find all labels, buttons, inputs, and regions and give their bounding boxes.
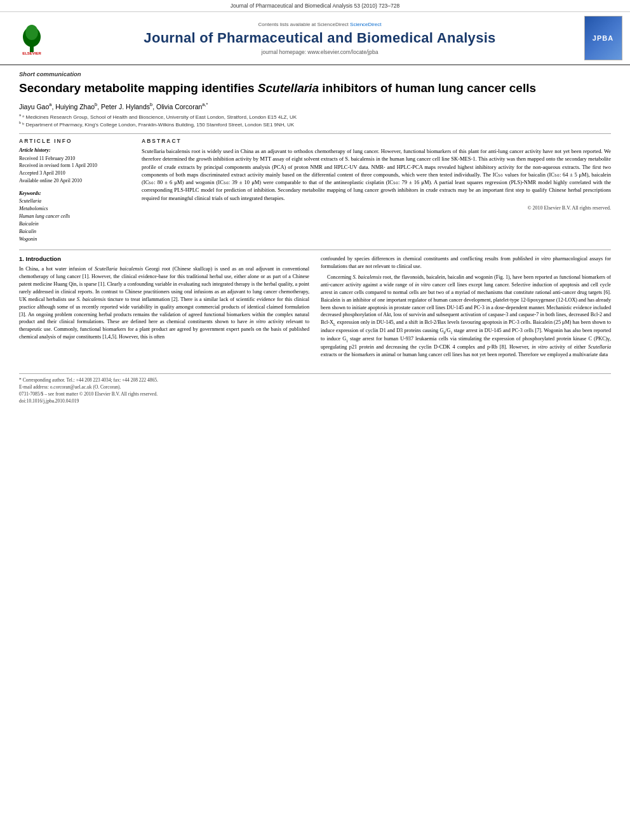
keyword-wogonin: Wogonin — [19, 236, 130, 243]
abstract-text: Scutellaria baicalensis root is widely u… — [142, 147, 611, 202]
doi-line: 0731-7085/$ – see front matter © 2010 El… — [19, 391, 611, 397]
abstract-col: ABSTRACT Scutellaria baicalensis root is… — [142, 138, 611, 243]
keyword-cancer-cells: Human lung cancer cells — [19, 213, 130, 220]
affiliation-b: b ᵇ Department of Pharmacy, King’s Colle… — [19, 122, 294, 128]
page: Journal of Pharmaceutical and Biomedical… — [0, 0, 630, 413]
intro-text-left: In China, a hot water infusion of Scutel… — [19, 265, 309, 341]
article-footer: * Corresponding author. Tel.: +44 208 22… — [19, 373, 611, 407]
homepage-label: journal homepage: www.elsevier.com/locat… — [262, 49, 379, 55]
intro-col-right: confounded by species differences in che… — [321, 255, 611, 362]
intro-para-1: In China, a hot water infusion of Scutel… — [19, 265, 309, 341]
intro-col-left: 1. Introduction In China, a hot water in… — [19, 255, 309, 362]
info-abstract-section: ARTICLE INFO Article history: Received 1… — [19, 138, 611, 243]
elsevier-logo-section: ELSEVIER — [6, 16, 57, 60]
corresponding-note: * Corresponding author. Tel.: +44 208 22… — [19, 377, 611, 383]
introduction-section: 1. Introduction In China, a hot water in… — [19, 250, 611, 362]
doi: doi:10.1016/j.jpba.2010.04.019 — [19, 398, 611, 404]
journal-header-center: Contents lists available at ScienceDirec… — [64, 16, 576, 60]
intro-para-3: Concerning S. baicalensis root, the flav… — [321, 274, 611, 359]
history-label: Article history: — [19, 147, 130, 153]
keywords-section: Keywords: Scutellaria Metabolomics Human… — [19, 190, 130, 243]
keyword-scutellaria: Scutellaria — [19, 197, 130, 205]
intro-para-2: confounded by species differences in che… — [321, 255, 611, 270]
sciencedirect-text: Contents lists available at ScienceDirec… — [258, 22, 349, 27]
body-two-col: 1. Introduction In China, a hot water in… — [19, 255, 611, 362]
article-content: Short communication Secondary metabolite… — [0, 65, 630, 413]
authors: Jiayu Gaoa, Huiying Zhaob, Peter J. Hyla… — [19, 102, 611, 110]
header-divider — [19, 133, 611, 134]
journal-homepage: journal homepage: www.elsevier.com/locat… — [262, 49, 379, 55]
affiliation-a: a ᵃ Medicines Research Group, School of … — [19, 114, 297, 120]
copyright: © 2010 Elsevier B.V. All rights reserved… — [142, 205, 611, 211]
sciencedirect-bar: Contents lists available at ScienceDirec… — [258, 22, 382, 27]
jpba-logo: JPBA — [584, 16, 622, 60]
article-info-col: ARTICLE INFO Article history: Received 1… — [19, 138, 130, 243]
journal-header: ELSEVIER Contents lists available at Sci… — [0, 12, 630, 65]
section-label: Short communication — [19, 70, 611, 77]
keyword-baicalin: Baicalin — [19, 228, 130, 236]
keywords-label: Keywords: — [19, 190, 130, 196]
article-title: Secondary metabolite mapping identifies … — [19, 81, 611, 97]
article-info-heading: ARTICLE INFO — [19, 138, 130, 144]
affiliations: a ᵃ Medicines Research Group, School of … — [19, 113, 611, 128]
abstract-heading: ABSTRACT — [142, 138, 611, 144]
journal-title: Journal of Pharmaceutical and Biomedical… — [144, 30, 495, 46]
intro-text-right: confounded by species differences in che… — [321, 255, 611, 359]
keyword-metabolomics: Metabolomics — [19, 205, 130, 213]
email-note: E-mail address: o.corcoran@uel.ac.uk (O.… — [19, 384, 611, 390]
elsevier-logo-svg: ELSEVIER — [10, 21, 54, 56]
intro-heading: 1. Introduction — [19, 255, 309, 262]
accepted-date: Accepted 3 April 2010 — [19, 170, 130, 177]
svg-point-3 — [25, 25, 38, 40]
revised-date: Received in revised form 1 April 2010 — [19, 162, 130, 170]
journal-logo-right: JPBA — [582, 16, 624, 60]
top-bar: Journal of Pharmaceutical and Biomedical… — [0, 0, 630, 12]
available-date: Available online 20 April 2010 — [19, 177, 130, 185]
svg-text:ELSEVIER: ELSEVIER — [22, 51, 41, 55]
keyword-baicalein: Baicalein — [19, 220, 130, 228]
received-date: Received 11 February 2010 — [19, 155, 130, 163]
journal-citation: Journal of Pharmaceutical and Biomedical… — [231, 3, 400, 9]
sciencedirect-link[interactable]: ScienceDirect — [350, 22, 381, 27]
